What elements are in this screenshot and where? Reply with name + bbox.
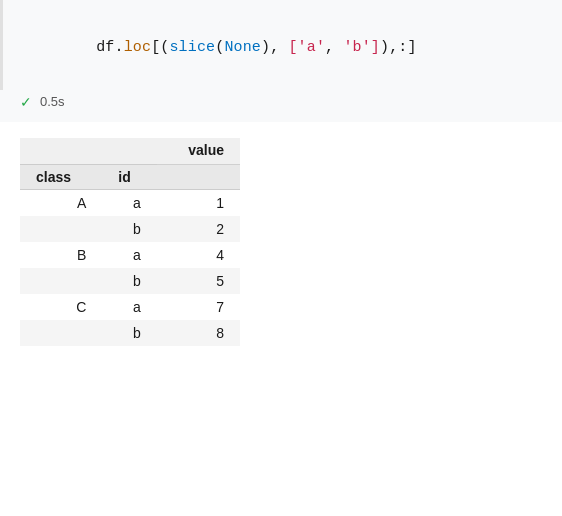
cell-class — [20, 216, 102, 242]
cell-id: b — [102, 320, 157, 346]
cell-value: 2 — [157, 216, 240, 242]
id-index-header: id — [102, 164, 157, 189]
code-paren: ( — [215, 39, 224, 56]
code-paren2: ) — [261, 39, 270, 56]
code-loc: loc — [124, 39, 151, 56]
table-row: b5 — [20, 268, 240, 294]
cell-value: 5 — [157, 268, 240, 294]
cell-class — [20, 320, 102, 346]
value-index-placeholder — [157, 164, 240, 189]
value-header-row: value — [20, 138, 240, 165]
table-row: Ca7 — [20, 294, 240, 320]
table-row: b8 — [20, 320, 240, 346]
cell-value: 7 — [157, 294, 240, 320]
table-body: Aa1b2Ba4b5Ca7b8 — [20, 189, 240, 346]
code-line: df.loc[(slice(None), ['a', 'b']),:] — [23, 14, 542, 82]
code-string-b: 'b' — [343, 39, 370, 56]
code-cell: df.loc[(slice(None), ['a', 'b']),:] — [0, 0, 562, 90]
table-row: Aa1 — [20, 189, 240, 216]
class-index-header: class — [20, 164, 102, 189]
table-row: b2 — [20, 216, 240, 242]
cell-id: b — [102, 216, 157, 242]
timing-text: 0.5s — [40, 94, 65, 109]
table-row: Ba4 — [20, 242, 240, 268]
code-list-open: [ — [288, 39, 297, 56]
cell-value: 8 — [157, 320, 240, 346]
cell-class: B — [20, 242, 102, 268]
code-list-close: ] — [371, 39, 380, 56]
cell-id: a — [102, 189, 157, 216]
code-df: df. — [60, 39, 124, 56]
code-string-a: 'a' — [298, 39, 325, 56]
check-icon: ✓ — [20, 94, 32, 110]
cell-class: A — [20, 189, 102, 216]
cell-value: 4 — [157, 242, 240, 268]
code-comma2: , — [325, 39, 343, 56]
cell-class: C — [20, 294, 102, 320]
cell-value: 1 — [157, 189, 240, 216]
index-header-row: class id — [20, 164, 240, 189]
value-column-header: value — [157, 138, 240, 165]
data-table: value class id Aa1b2Ba4b5Ca7b8 — [20, 138, 240, 346]
code-bracket-close: ),:] — [380, 39, 417, 56]
timing-row: ✓ 0.5s — [0, 90, 562, 122]
code-slice: slice — [169, 39, 215, 56]
cell-id: b — [102, 268, 157, 294]
cell-class — [20, 268, 102, 294]
code-none: None — [224, 39, 261, 56]
cell-id: a — [102, 294, 157, 320]
code-bracket: [( — [151, 39, 169, 56]
empty-col-header — [20, 138, 157, 165]
output-area: value class id Aa1b2Ba4b5Ca7b8 — [0, 122, 562, 366]
code-comma: , — [270, 39, 288, 56]
cell-id: a — [102, 242, 157, 268]
